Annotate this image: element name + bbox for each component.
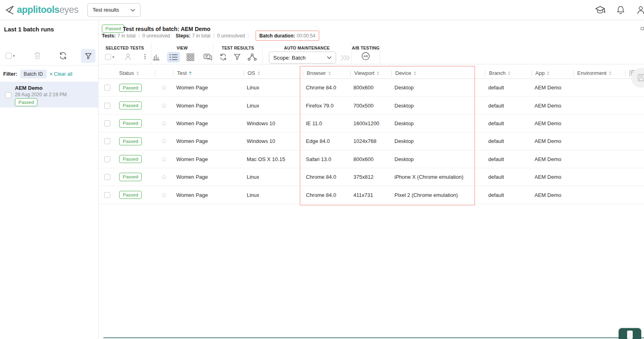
ab-testing-button[interactable]: A/B — [361, 52, 370, 61]
cell-browser: Edge 84.0 — [303, 138, 350, 144]
group-results-button[interactable] — [247, 53, 257, 61]
batch-link-button[interactable] — [640, 26, 644, 31]
select-all-batches[interactable]: ▾ — [6, 53, 15, 59]
grid-view-button[interactable] — [184, 52, 196, 63]
star-icon[interactable]: ☆ — [161, 174, 167, 180]
svg-text:A/B: A/B — [363, 55, 368, 58]
checkbox-caret-icon[interactable]: ▾ — [13, 54, 15, 58]
filter-chip-batch-id[interactable]: Batch ID — [20, 70, 47, 79]
star-icon[interactable]: ☆ — [161, 102, 167, 109]
logo-text: applitoolseyes — [17, 4, 78, 15]
assign-user-button[interactable] — [124, 53, 132, 61]
grid-view-icon — [186, 53, 194, 61]
sort-icon — [258, 71, 260, 75]
row-checkbox[interactable] — [104, 85, 110, 91]
sort-icon — [328, 71, 331, 75]
row-checkbox[interactable] — [104, 138, 110, 144]
learn-button[interactable] — [595, 6, 605, 14]
chat-widget-button[interactable] — [619, 328, 641, 339]
table-row[interactable]: Passed ☆ Women Page Windows 10 Edge 84.0… — [99, 132, 644, 150]
selected-tests-label: SELECTED TESTS — [99, 45, 151, 50]
select-all-checkbox[interactable] — [6, 53, 12, 59]
table-row[interactable]: Passed ☆ Women Page Linux Chrome 84.0 80… — [99, 79, 644, 97]
bell-icon — [616, 5, 625, 15]
sort-icon — [414, 71, 416, 75]
cell-app: AEM Demo — [531, 156, 573, 162]
star-icon[interactable]: ☆ — [161, 120, 167, 127]
batch-date: 28 Aug 2020 at 2:19 PM — [15, 92, 67, 97]
chart-view-button[interactable] — [150, 52, 163, 63]
row-checkbox[interactable] — [104, 103, 110, 109]
list-view-button[interactable] — [167, 52, 180, 62]
page-select-value: Test results — [93, 7, 119, 13]
batch-name: AEM Demo — [15, 85, 43, 91]
column-header-browser[interactable]: Browser — [303, 68, 350, 79]
delete-batch-button[interactable] — [33, 51, 42, 60]
cell-app: AEM Demo — [531, 174, 573, 180]
clear-all-filters[interactable]: × Clear all — [50, 71, 72, 77]
logo-applitools: applitools — [17, 4, 60, 15]
table-row[interactable]: Passed ☆ Women Page Linux Chrome 84.0 37… — [99, 168, 644, 186]
sort-icon — [508, 71, 510, 75]
row-checkbox[interactable] — [104, 174, 110, 180]
scope-select[interactable]: Scope: Batch — [269, 52, 336, 64]
column-header-status[interactable]: Status — [116, 68, 155, 79]
share-nodes-icon — [247, 53, 257, 61]
notifications-button[interactable] — [616, 5, 625, 15]
star-icon[interactable]: ☆ — [161, 156, 167, 163]
table-row[interactable]: Passed ☆ Women Page Mac OS X 10.15 Safar… — [99, 151, 644, 168]
sort-icon — [136, 71, 139, 75]
column-header-device[interactable]: Device — [391, 68, 485, 79]
footer-accent-line — [103, 337, 644, 338]
cell-device: Desktop — [391, 103, 485, 109]
test-results-group: TEST RESULTS — [213, 43, 263, 64]
cell-browser: Firefox 79.0 — [303, 103, 350, 109]
cell-test: Women Page — [173, 85, 244, 91]
column-header-viewport[interactable]: Viewport — [350, 68, 391, 79]
column-header-environment[interactable]: Environment — [573, 68, 625, 79]
bar-chart-icon — [152, 53, 161, 61]
row-checkbox[interactable] — [104, 192, 110, 198]
user-icon — [124, 53, 132, 61]
clear-all-label: Clear all — [54, 71, 72, 77]
cell-os: Windows 10 — [244, 138, 303, 144]
star-icon[interactable]: ☆ — [161, 138, 167, 145]
refresh-results-button[interactable] — [219, 53, 227, 61]
table-row[interactable]: Passed ☆ Women Page Windows 10 IE 11.0 1… — [99, 115, 644, 132]
select-all-tests-checkbox[interactable] — [105, 54, 111, 60]
cell-device: Pixel 2 (Chrome emulation) — [391, 192, 485, 198]
apply-maintenance-button[interactable] — [340, 54, 351, 62]
close-icon: × — [50, 71, 53, 77]
filter-results-button[interactable] — [233, 53, 241, 61]
batch-checkbox[interactable] — [5, 92, 11, 98]
row-checkbox[interactable] — [104, 156, 110, 162]
column-header-test[interactable]: Test — [173, 68, 244, 79]
link-icon — [640, 26, 644, 31]
filter-batches-button[interactable] — [81, 49, 95, 63]
column-header-app[interactable]: App — [531, 68, 573, 79]
sort-icon — [377, 71, 379, 75]
cell-viewport: 1024x768 — [350, 138, 391, 144]
column-header-os[interactable]: OS — [244, 68, 303, 79]
table-row[interactable]: Passed ☆ Women Page Linux Firefox 79.0 7… — [99, 97, 644, 114]
account-button[interactable] — [636, 5, 644, 15]
row-checkbox[interactable] — [104, 120, 110, 126]
cell-branch: default — [485, 85, 531, 91]
graduation-cap-icon — [595, 6, 605, 14]
refresh-batches-button[interactable] — [58, 51, 68, 60]
star-icon[interactable]: ☆ — [161, 192, 167, 198]
tests-label: Tests: — [102, 33, 116, 39]
select-all-tests[interactable]: ▾ — [105, 54, 114, 60]
table-row[interactable]: Passed ☆ Women Page Linux Chrome 84.0 41… — [99, 186, 644, 204]
star-icon[interactable]: ☆ — [161, 84, 167, 91]
save-icon — [637, 74, 644, 82]
checkbox-caret-icon: ▾ — [112, 55, 114, 59]
cell-branch: default — [485, 138, 531, 144]
batch-list-item[interactable]: AEM Demo 28 Aug 2020 at 2:19 PM Passed — [0, 82, 99, 107]
status-badge: Passed — [119, 137, 142, 145]
comments-view-button[interactable] — [201, 52, 215, 63]
cell-test: Women Page — [173, 103, 244, 109]
more-actions-button[interactable]: ⋮ — [142, 54, 148, 60]
page-select[interactable]: Test results — [87, 3, 140, 17]
column-header-branch[interactable]: Branch — [485, 68, 531, 79]
